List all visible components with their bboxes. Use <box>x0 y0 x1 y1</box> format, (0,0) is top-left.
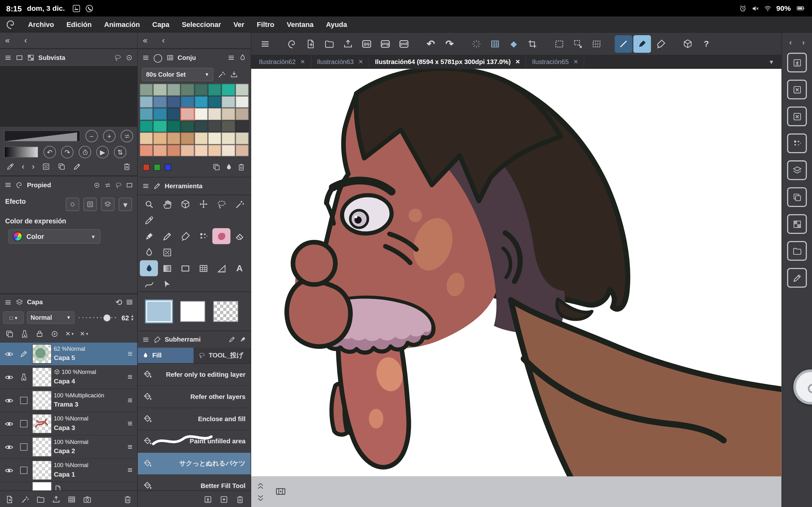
panel-menu-icon[interactable] <box>142 54 149 61</box>
panel-menu-icon[interactable] <box>4 298 12 306</box>
tool-gradient[interactable] <box>158 260 176 276</box>
tool-eyedropper[interactable] <box>140 212 158 228</box>
new-canvas-button[interactable] <box>302 35 320 53</box>
layer-menu-icon[interactable]: ≡ <box>125 349 135 358</box>
subtool-group-tab-tool[interactable]: TOOL_投げ <box>194 348 251 363</box>
layer-checkbox[interactable] <box>18 397 30 404</box>
color-swatch[interactable] <box>194 145 207 156</box>
color-swatch[interactable] <box>167 83 180 95</box>
color-swatch[interactable] <box>181 83 194 95</box>
color-swatch[interactable] <box>194 83 207 95</box>
lock-subtool-icon[interactable] <box>239 336 247 343</box>
snap-button[interactable]: ◆ <box>505 35 523 53</box>
panel-shortcut-button[interactable] <box>787 187 807 207</box>
target-icon[interactable] <box>93 181 101 188</box>
scroll-up-double-icon[interactable] <box>255 481 266 491</box>
list-icon[interactable] <box>227 54 235 61</box>
import-subtool-button[interactable] <box>204 495 212 504</box>
export-png-button[interactable]: png <box>376 35 394 53</box>
layer-visibility-eye-icon[interactable] <box>2 443 15 452</box>
color-swatch[interactable] <box>222 145 235 156</box>
color-swatch[interactable] <box>140 145 153 156</box>
color-swatch[interactable] <box>194 132 207 144</box>
copy-icon[interactable] <box>57 163 66 171</box>
color-swatch[interactable] <box>208 145 221 156</box>
collapse-dock-icon[interactable]: « <box>5 36 10 45</box>
clothespin-icon[interactable] <box>20 329 29 338</box>
folder-shortcut-button[interactable] <box>787 241 807 261</box>
tool-hand[interactable] <box>158 196 176 212</box>
clip-studio-button[interactable] <box>283 35 301 53</box>
prev-icon[interactable]: ‹ <box>22 162 25 171</box>
value-ramp[interactable] <box>4 147 38 158</box>
tool-selection[interactable] <box>212 196 230 212</box>
filter-sparkle-button[interactable] <box>467 35 485 53</box>
color-swatch[interactable] <box>140 108 153 120</box>
export-psd-button[interactable]: psd <box>395 35 413 53</box>
lock-transparent-icon[interactable] <box>50 329 59 338</box>
gradient-ramp[interactable] <box>4 130 80 142</box>
transparent-color-swatch[interactable] <box>213 301 238 321</box>
tool-operation-3d[interactable] <box>176 196 194 212</box>
layer-row[interactable]: 62 %Normal Capa 5 ≡ <box>0 343 137 366</box>
color-swatch[interactable] <box>235 96 248 108</box>
layer-row-partial[interactable] <box>0 482 137 491</box>
layer-menu-icon[interactable]: ≡ <box>125 419 135 428</box>
color-swatch[interactable] <box>154 96 166 108</box>
flip-button[interactable] <box>120 130 133 142</box>
collapse-panel-icon[interactable]: ‹ <box>162 36 165 45</box>
replace-color-icon[interactable] <box>212 163 220 171</box>
plus-button[interactable]: + <box>103 130 115 142</box>
new-folder-button[interactable] <box>36 495 45 504</box>
layer-visibility-eye-icon[interactable] <box>2 373 15 382</box>
tool-pencil[interactable] <box>158 228 176 244</box>
color-set-dropdown[interactable]: 80s Color Set ▼ <box>142 68 213 81</box>
menu-edicion[interactable]: Edición <box>60 20 98 28</box>
panel-menu-icon[interactable] <box>142 336 149 343</box>
layer-visibility-eye-icon[interactable] <box>2 396 15 405</box>
subtool-item[interactable]: Refer other layers <box>138 386 251 408</box>
layer-grid-icon[interactable] <box>126 298 133 306</box>
layer-thumbnail[interactable] <box>32 414 52 434</box>
tool-ruler[interactable] <box>212 260 230 276</box>
crop-button[interactable] <box>524 35 542 53</box>
document-tab[interactable]: Ilustración63✕ <box>311 55 369 68</box>
menu-filtro[interactable]: Filtro <box>251 20 281 28</box>
panel-menu-icon[interactable] <box>142 182 149 190</box>
color-circle-icon[interactable]: ◯ <box>153 53 162 63</box>
tool-blend[interactable] <box>140 244 158 261</box>
color-swatch[interactable] <box>154 145 166 156</box>
document-tab[interactable]: Ilustración62✕ <box>253 55 311 68</box>
color-swatch[interactable] <box>208 120 221 132</box>
color-swatch[interactable] <box>167 145 180 156</box>
collapse-dock-icon[interactable]: « <box>143 36 148 45</box>
import-image-button[interactable] <box>787 53 807 72</box>
layer-menu-icon[interactable]: ≡ <box>125 465 135 475</box>
swap-icon[interactable] <box>104 181 111 188</box>
layer-visibility-eye-icon[interactable] <box>2 349 15 358</box>
layer-visibility-eye-icon[interactable] <box>2 419 15 428</box>
effect-dropdown-button[interactable]: ▾ <box>119 198 132 211</box>
tool-figure-tone[interactable] <box>158 244 176 261</box>
expression-color-dropdown[interactable]: Color ▼ <box>8 229 101 244</box>
opacity-slider[interactable] <box>78 312 118 323</box>
tool-operation[interactable] <box>158 276 176 292</box>
effect-circle-button[interactable]: ○ <box>66 198 79 211</box>
color-swatch[interactable] <box>235 108 248 120</box>
tool-decoration[interactable] <box>194 228 212 244</box>
material-3d-button[interactable] <box>679 35 697 53</box>
color-swatch[interactable] <box>208 108 221 120</box>
color-swatch[interactable] <box>222 132 235 144</box>
subview-preview-area[interactable] <box>0 66 137 126</box>
layer-visibility-eye-icon[interactable] <box>2 466 15 475</box>
edit-color-set-icon[interactable] <box>217 70 226 78</box>
color-swatch[interactable] <box>222 96 235 108</box>
minus-button[interactable]: − <box>85 130 98 142</box>
menu-ayuda[interactable]: Ayuda <box>320 20 353 28</box>
effect-tone-button[interactable] <box>84 198 97 211</box>
history-button[interactable] <box>79 146 91 158</box>
collapse-panel-icon[interactable]: ‹ <box>24 36 27 45</box>
undo-button[interactable]: ↶ <box>422 35 440 53</box>
scroll-down-double-icon[interactable] <box>255 493 266 504</box>
panel-menu-icon[interactable] <box>4 181 12 188</box>
